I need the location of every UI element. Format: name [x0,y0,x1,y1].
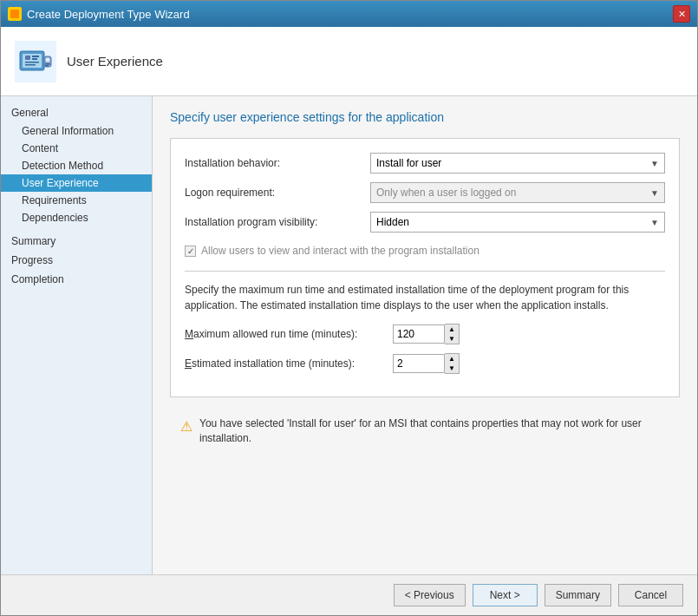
visibility-arrow: ▼ [650,218,659,227]
logon-requirement-value: Only when a user is logged on [376,187,516,199]
visibility-value: Hidden [376,216,409,228]
checkbox-check: ✓ [187,246,194,256]
visibility-select[interactable]: Hidden ▼ [370,212,665,233]
next-button[interactable]: Next > [473,584,538,606]
estimated-time-label: Estimated installation time (minutes): [185,357,393,370]
svg-rect-5 [32,56,39,57]
visibility-label: Installation program visibility: [185,216,370,228]
title-bar-left: Create Deployment Type Wizard [8,7,190,21]
warning-section: ⚠ You have selected 'Install for user' f… [170,408,680,455]
content-area: Specify user experience settings for the… [153,96,697,574]
visibility-control: Hidden ▼ [370,212,665,233]
sidebar-group-general: General [1,103,152,122]
installation-behavior-arrow: ▼ [650,159,659,168]
visibility-row: Installation program visibility: Hidden … [185,212,665,233]
svg-rect-11 [45,63,50,65]
logon-requirement-control: Only when a user is logged on ▼ [370,182,665,203]
max-runtime-label: Maximum allowed run time (minutes): [185,328,393,340]
sidebar-item-requirements[interactable]: Requirements [1,192,152,209]
logon-requirement-label: Logon requirement: [185,187,370,199]
max-runtime-row: Maximum allowed run time (minutes): ▲ ▼ [185,324,665,344]
svg-point-10 [45,57,50,62]
header-icon [15,41,56,82]
logon-requirement-arrow: ▼ [650,188,659,198]
estimated-time-up[interactable]: ▲ [445,354,459,364]
allow-users-checkbox-row: ✓ Allow users to view and interact with … [185,241,665,260]
sidebar: General General Information Content Dete… [1,96,153,574]
sidebar-item-detection-method[interactable]: Detection Method [1,157,152,174]
previous-button[interactable]: < Previous [394,584,466,606]
sidebar-item-content[interactable]: Content [1,140,152,157]
warning-icon: ⚠ [180,417,192,436]
max-runtime-input[interactable] [393,324,445,344]
estimated-time-input[interactable] [393,354,445,373]
form-section-main: Installation behavior: Install for user … [170,138,680,397]
sidebar-item-dependencies[interactable]: Dependencies [1,209,152,226]
estimated-time-label-text: Estimated installation time (minutes): [185,357,355,370]
info-text: Specify the maximum run time and estimat… [185,282,665,313]
installation-behavior-row: Installation behavior: Install for user … [185,153,665,174]
svg-rect-6 [32,58,37,60]
sidebar-group-progress: Progress [1,251,152,270]
estimated-time-down[interactable]: ▼ [445,364,459,373]
max-runtime-down[interactable]: ▼ [445,334,459,344]
max-runtime-up[interactable]: ▲ [445,324,459,334]
page-title: Specify user experience settings for the… [170,110,680,124]
summary-button[interactable]: Summary [545,584,611,606]
svg-rect-4 [25,56,30,60]
max-runtime-label-text: Maximum allowed run time (minutes): [185,328,357,340]
sidebar-group-completion: Completion [1,270,152,289]
logon-requirement-row: Logon requirement: Only when a user is l… [185,182,665,203]
svg-rect-8 [25,64,36,66]
svg-rect-7 [25,62,39,63]
sidebar-item-general-information[interactable]: General Information [1,122,152,140]
svg-rect-12 [45,65,49,67]
installation-behavior-value: Install for user [376,157,441,169]
footer: < Previous Next > Summary Cancel [1,574,697,615]
installation-behavior-select[interactable]: Install for user ▼ [370,153,665,174]
warning-text: You have selected 'Install for user' for… [199,416,669,446]
installation-behavior-control: Install for user ▼ [370,153,665,174]
main-area: General General Information Content Dete… [1,96,697,574]
divider [185,271,665,272]
max-runtime-spinners: ▲ ▼ [445,324,460,344]
app-icon [8,7,22,21]
svg-rect-1 [10,10,19,18]
header-title: User Experience [67,54,163,69]
sidebar-item-user-experience[interactable]: User Experience [1,174,152,192]
wizard-window: Create Deployment Type Wizard ✕ User Exp… [0,0,698,616]
installation-behavior-label: Installation behavior: [185,157,370,169]
allow-users-label: Allow users to view and interact with th… [201,245,479,257]
sidebar-group-summary: Summary [1,232,152,251]
title-bar: Create Deployment Type Wizard ✕ [1,1,697,27]
allow-users-checkbox[interactable]: ✓ [185,246,196,257]
close-button[interactable]: ✕ [673,5,690,23]
window-title: Create Deployment Type Wizard [27,8,190,21]
estimated-time-spinners: ▲ ▼ [445,353,460,374]
wizard-header: User Experience [1,27,697,96]
logon-requirement-select[interactable]: Only when a user is logged on ▼ [370,182,665,203]
cancel-button[interactable]: Cancel [618,584,683,606]
estimated-time-row: Estimated installation time (minutes): ▲… [185,353,665,374]
